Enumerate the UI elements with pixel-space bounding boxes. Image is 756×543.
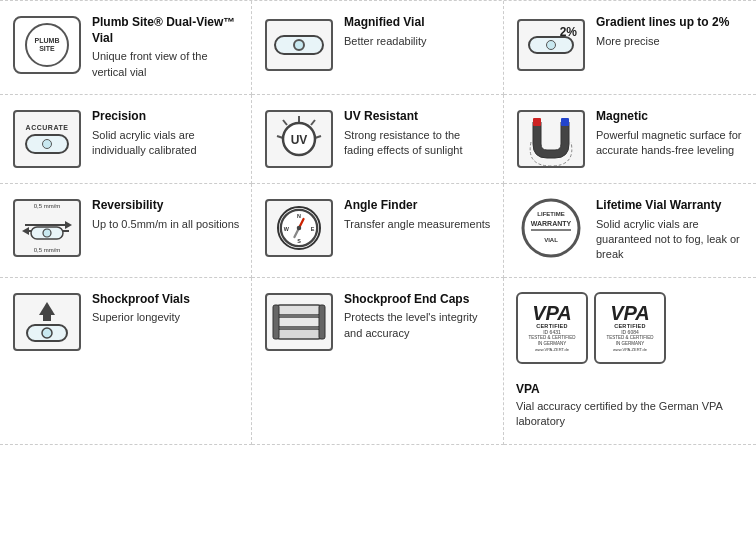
- cell-shock-vials: Shockproof Vials Superior longevity: [0, 278, 252, 445]
- vpa-badges: VPA CERTIFIED ID 6431 TESTED & CERTIFIED…: [516, 292, 666, 364]
- uv-text: UV Resistant Strong resistance to the fa…: [344, 109, 493, 158]
- svg-point-14: [43, 229, 51, 237]
- svg-text:S: S: [297, 238, 301, 244]
- plumb-site-desc: Unique front view of the vertical vial: [92, 49, 241, 80]
- svg-line-1: [311, 120, 315, 125]
- precision-title: Precision: [92, 109, 241, 125]
- svg-point-22: [297, 226, 302, 231]
- svg-rect-32: [277, 305, 321, 315]
- svg-rect-36: [319, 305, 325, 339]
- cell-plumb-site: PLUMBSITE Plumb Site® Dual-View™ Vial Un…: [0, 1, 252, 95]
- svg-text:LIFETIME: LIFETIME: [537, 211, 564, 217]
- reversibility-title: Reversibility: [92, 198, 241, 214]
- shock-caps-desc: Protects the level's integrity and accur…: [344, 310, 493, 341]
- shock-vials-icon: [12, 292, 82, 352]
- svg-text:WARRANTY: WARRANTY: [531, 220, 572, 227]
- warranty-desc: Solid acrylic vials are guaranteed not t…: [596, 217, 746, 263]
- magnetic-desc: Powerful magnetic surface for accurate h…: [596, 128, 746, 159]
- cell-vpa: VPA CERTIFIED ID 6431 TESTED & CERTIFIED…: [504, 278, 756, 445]
- svg-text:E: E: [311, 226, 315, 232]
- cell-warranty: LIFETIME WARRANTY VIAL Lifetime Vial War…: [504, 184, 756, 278]
- gradient-desc: More precise: [596, 34, 746, 49]
- precision-desc: Solid acrylic vials are individually cal…: [92, 128, 241, 159]
- features-grid: PLUMBSITE Plumb Site® Dual-View™ Vial Un…: [0, 0, 756, 445]
- svg-text:W: W: [284, 226, 290, 232]
- magnified-vial-title: Magnified Vial: [344, 15, 493, 31]
- svg-text:VIAL: VIAL: [544, 237, 558, 243]
- svg-text:N: N: [297, 213, 301, 219]
- magnetic-icon: [516, 109, 586, 169]
- svg-rect-8: [561, 118, 569, 126]
- svg-rect-7: [533, 118, 541, 126]
- shock-caps-text: Shockproof End Caps Protects the level's…: [344, 292, 493, 341]
- angle-finder-text: Angle Finder Transfer angle measurements: [344, 198, 493, 232]
- vpa-logo-1: VPA: [532, 303, 572, 323]
- shock-vials-desc: Superior longevity: [92, 310, 241, 325]
- cell-precision: ACCURATE Precision Solid acrylic vials a…: [0, 95, 252, 184]
- vpa-title: VPA: [516, 382, 746, 396]
- svg-rect-34: [277, 329, 321, 339]
- uv-icon: UV: [264, 109, 334, 169]
- vpa-info-text: VPA Vial accuracy certified by the Germa…: [516, 382, 746, 430]
- uv-title: UV Resistant: [344, 109, 493, 125]
- cell-shock-caps: Shockproof End Caps Protects the level's…: [252, 278, 504, 445]
- vpa-url-2: www.VPA-ZERT.de: [613, 347, 647, 352]
- warranty-icon: LIFETIME WARRANTY VIAL: [516, 198, 586, 258]
- svg-rect-35: [273, 305, 279, 339]
- cell-uv: UV UV Resistant Strong resistance to the…: [252, 95, 504, 184]
- reversibility-text: Reversibility Up to 0.5mm/m in all posit…: [92, 198, 241, 232]
- magnetic-title: Magnetic: [596, 109, 746, 125]
- warranty-title: Lifetime Vial Warranty: [596, 198, 746, 214]
- vpa-badge-1: VPA CERTIFIED ID 6431 TESTED & CERTIFIED…: [516, 292, 588, 364]
- warranty-text: Lifetime Vial Warranty Solid acrylic via…: [596, 198, 746, 263]
- vpa-logo-2: VPA: [610, 303, 650, 323]
- cell-magnified-vial: Magnified Vial Better readability: [252, 1, 504, 95]
- cell-angle-finder: N S W E Angle Finder Transfer angle meas…: [252, 184, 504, 278]
- vpa-url-1: www.VPA-ZERT.de: [535, 347, 569, 352]
- vpa-desc: Vial accuracy certified by the German VP…: [516, 399, 746, 430]
- angle-finder-desc: Transfer angle measurements: [344, 217, 493, 232]
- gradient-icon: 2%: [516, 15, 586, 75]
- plumb-site-icon: PLUMBSITE: [12, 15, 82, 75]
- gradient-text: Gradient lines up to 2% More precise: [596, 15, 746, 49]
- shock-vials-title: Shockproof Vials: [92, 292, 241, 308]
- svg-line-3: [283, 120, 287, 125]
- svg-rect-33: [277, 317, 321, 327]
- cell-reversibility: 0,5 mm/m 0,5 mm/m Rever: [0, 184, 252, 278]
- shock-caps-icon: [264, 292, 334, 352]
- svg-point-31: [42, 328, 52, 338]
- reversibility-desc: Up to 0.5mm/m in all positions: [92, 217, 241, 232]
- svg-point-23: [523, 200, 579, 256]
- plumb-site-title: Plumb Site® Dual-View™ Vial: [92, 15, 241, 46]
- cell-magnetic: Magnetic Powerful magnetic surface for a…: [504, 95, 756, 184]
- shock-caps-title: Shockproof End Caps: [344, 292, 493, 308]
- magnetic-text: Magnetic Powerful magnetic surface for a…: [596, 109, 746, 158]
- svg-text:UV: UV: [291, 133, 308, 147]
- reversibility-icon: 0,5 mm/m 0,5 mm/m: [12, 198, 82, 258]
- magnified-vial-icon: [264, 15, 334, 75]
- vpa-tested-1: TESTED & CERTIFIEDIN GERMANY: [529, 335, 576, 347]
- precision-text: Precision Solid acrylic vials are indivi…: [92, 109, 241, 158]
- svg-marker-11: [22, 227, 29, 235]
- precision-icon: ACCURATE: [12, 109, 82, 169]
- shock-vials-text: Shockproof Vials Superior longevity: [92, 292, 241, 326]
- vpa-tested-2: TESTED & CERTIFIEDIN GERMANY: [607, 335, 654, 347]
- vpa-badge-2: VPA CERTIFIED ID 6084 TESTED & CERTIFIED…: [594, 292, 666, 364]
- angle-finder-title: Angle Finder: [344, 198, 493, 214]
- svg-marker-12: [65, 221, 72, 229]
- uv-desc: Strong resistance to the fading effects …: [344, 128, 493, 159]
- magnified-vial-desc: Better readability: [344, 34, 493, 49]
- plumb-site-text: Plumb Site® Dual-View™ Vial Unique front…: [92, 15, 241, 80]
- cell-gradient: 2% Gradient lines up to 2% More precise: [504, 1, 756, 95]
- svg-rect-29: [43, 311, 51, 321]
- angle-finder-icon: N S W E: [264, 198, 334, 258]
- magnified-vial-text: Magnified Vial Better readability: [344, 15, 493, 49]
- gradient-title: Gradient lines up to 2%: [596, 15, 746, 31]
